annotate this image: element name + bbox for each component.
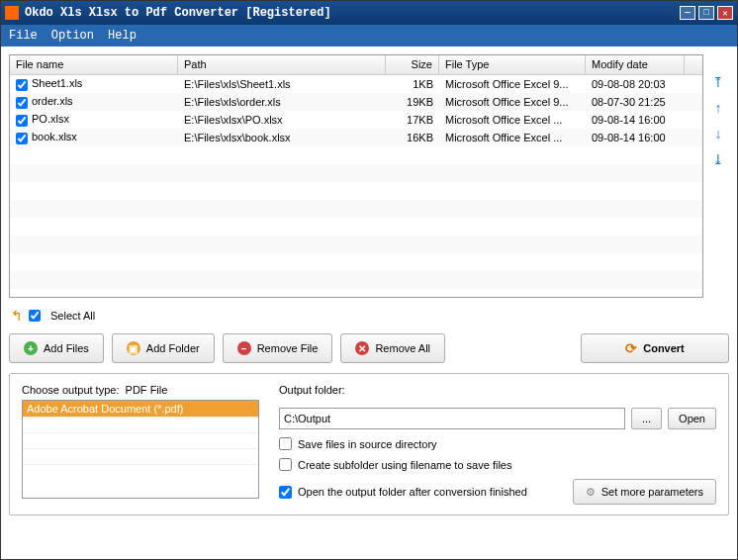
cell-size: 1KB [386, 77, 439, 91]
settings-panel: Choose output type: PDF File Adobe Acrob… [9, 373, 729, 515]
cell-date: 08-07-30 21:25 [586, 95, 685, 109]
minimize-button[interactable]: — [680, 6, 695, 20]
cell-path: E:\Files\xls\Sheet1.xls [178, 77, 386, 91]
main-window: Okdo Xls Xlsx to Pdf Converter [Register… [0, 0, 738, 560]
output-type-label: Choose output type: [22, 384, 119, 396]
table-row[interactable]: book.xlsxE:\Files\xlsx\book.xlsx16KBMicr… [10, 129, 702, 146]
output-folder-label: Output folder: [279, 384, 716, 396]
create-subfolder-checkbox[interactable] [279, 458, 292, 471]
gear-icon: ⚙ [586, 486, 596, 499]
cell-type: Microsoft Office Excel 9... [439, 95, 586, 109]
table-row[interactable]: PO.xlsxE:\Files\xlsx\PO.xlsx17KBMicrosof… [10, 111, 702, 129]
menubar: File Option Help [1, 25, 737, 47]
save-source-label: Save files in source directory [298, 438, 437, 450]
col-size[interactable]: Size [386, 55, 439, 74]
convert-icon: ⟳ [625, 340, 637, 356]
menu-option[interactable]: Option [51, 29, 94, 43]
menu-file[interactable]: File [9, 29, 38, 43]
row-checkbox[interactable] [16, 97, 28, 109]
open-after-label: Open the output folder after conversion … [298, 486, 527, 498]
cell-path: E:\Files\xlsx\PO.xlsx [178, 113, 386, 127]
col-path[interactable]: Path [178, 55, 386, 74]
folder-icon: ▣ [127, 341, 140, 355]
col-filetype[interactable]: File Type [439, 55, 586, 74]
cell-date: 09-08-14 16:00 [586, 113, 685, 127]
cell-type: Microsoft Office Excel 9... [439, 77, 586, 91]
file-list-header: File name Path Size File Type Modify dat… [10, 55, 702, 75]
cell-size: 16KB [386, 131, 439, 144]
row-checkbox[interactable] [16, 133, 28, 144]
up-folder-icon[interactable]: ↰ [11, 308, 23, 324]
app-icon [5, 6, 19, 20]
save-source-checkbox[interactable] [279, 437, 292, 450]
open-folder-button[interactable]: Open [668, 408, 716, 429]
move-up-icon[interactable]: ↑ [709, 100, 727, 118]
move-bottom-icon[interactable]: ⤓ [709, 151, 727, 169]
window-title: Okdo Xls Xlsx to Pdf Converter [Register… [25, 6, 680, 20]
plus-icon: + [24, 341, 38, 355]
open-after-checkbox[interactable] [279, 486, 292, 499]
output-type-current: PDF File [126, 384, 168, 396]
move-top-icon[interactable]: ⤒ [709, 74, 727, 92]
cell-date: 09-08-08 20:03 [586, 77, 685, 91]
col-filename[interactable]: File name [10, 55, 178, 74]
cell-path: E:\Files\xlsx\book.xlsx [178, 131, 386, 144]
more-parameters-button[interactable]: ⚙ Set more parameters [573, 479, 716, 505]
move-down-icon[interactable]: ↓ [709, 126, 727, 143]
close-button[interactable]: ✕ [717, 6, 733, 20]
browse-button[interactable]: ... [631, 408, 662, 429]
reorder-buttons: ⤒ ↑ ↓ ⤓ [707, 54, 729, 298]
output-type-option[interactable]: Adobe Acrobat Document (*.pdf) [23, 401, 258, 417]
output-type-list[interactable]: Adobe Acrobat Document (*.pdf) [22, 400, 259, 499]
select-all-label: Select All [50, 310, 95, 322]
table-row[interactable]: order.xlsE:\Files\xls\order.xls19KBMicro… [10, 93, 702, 111]
cell-size: 17KB [386, 113, 439, 127]
file-list[interactable]: File name Path Size File Type Modify dat… [9, 54, 703, 298]
minus-icon: − [237, 341, 251, 355]
remove-file-button[interactable]: − Remove File [223, 333, 333, 363]
cell-size: 19KB [386, 95, 439, 109]
clear-icon: ✕ [355, 341, 369, 355]
remove-all-button[interactable]: ✕ Remove All [340, 333, 445, 363]
output-folder-input[interactable] [279, 408, 625, 429]
maximize-button[interactable]: □ [698, 6, 714, 20]
convert-button[interactable]: ⟳ Convert [581, 333, 729, 363]
select-all-checkbox[interactable] [29, 310, 41, 322]
cell-type: Microsoft Office Excel ... [439, 113, 586, 127]
create-subfolder-label: Create subfolder using filename to save … [298, 459, 511, 471]
titlebar: Okdo Xls Xlsx to Pdf Converter [Register… [1, 1, 737, 25]
table-row[interactable]: Sheet1.xlsE:\Files\xls\Sheet1.xls1KBMicr… [10, 75, 702, 93]
row-checkbox[interactable] [16, 115, 28, 127]
cell-date: 09-08-14 16:00 [586, 131, 685, 144]
cell-path: E:\Files\xls\order.xls [178, 95, 386, 109]
row-checkbox[interactable] [16, 79, 28, 91]
cell-type: Microsoft Office Excel ... [439, 131, 586, 144]
col-date[interactable]: Modify date [586, 55, 685, 74]
add-files-button[interactable]: + Add Files [9, 333, 104, 363]
menu-help[interactable]: Help [108, 29, 137, 43]
add-folder-button[interactable]: ▣ Add Folder [112, 333, 215, 363]
